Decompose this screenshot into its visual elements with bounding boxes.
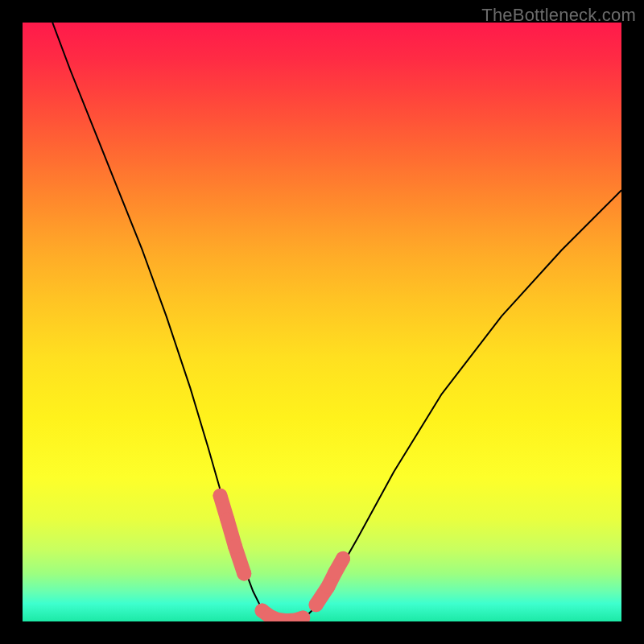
chart-frame: TheBottleneck.com xyxy=(0,0,644,644)
marker-dot xyxy=(237,566,251,580)
marker-cluster-left xyxy=(213,489,252,581)
marker-dot xyxy=(320,580,335,594)
marker-cluster-right xyxy=(309,551,350,612)
marker-dot xyxy=(309,597,324,612)
marker-dot xyxy=(220,513,234,527)
marker-dot xyxy=(228,539,242,554)
plot-area xyxy=(23,23,621,621)
marker-dot xyxy=(328,565,342,580)
bottleneck-curve-path xyxy=(52,23,621,621)
marker-dot xyxy=(213,489,228,503)
marker-cluster-bottom xyxy=(255,604,311,621)
watermark-label: TheBottleneck.com xyxy=(481,5,636,26)
bottleneck-chart xyxy=(23,23,621,621)
marker-dot xyxy=(336,551,350,566)
